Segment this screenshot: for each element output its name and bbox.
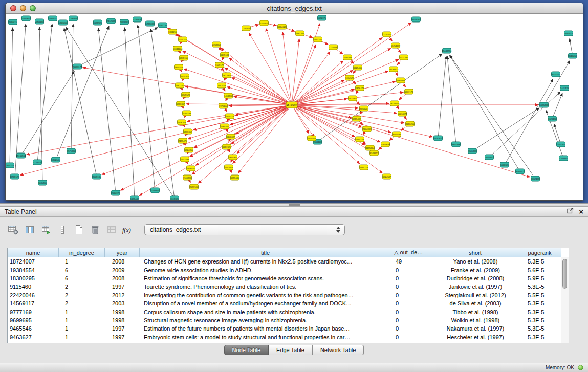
graph-node[interactable]: 9841253 [468, 148, 477, 154]
table-cell-out_degree[interactable]: 0 [391, 275, 432, 281]
graph-node[interactable]: 2065433 [35, 19, 44, 24]
table-cell-title[interactable]: Tourette syndrome. Phenomenology and cla… [140, 283, 391, 290]
graph-node[interactable]: 9227457 [552, 72, 560, 77]
table-cell-year[interactable]: 2008 [105, 258, 140, 265]
graph-node[interactable]: 2155470 [179, 138, 187, 143]
graph-node[interactable]: 1693815 [564, 31, 573, 36]
table-cell-name[interactable]: 9463627 [8, 334, 59, 340]
graph-node[interactable]: 1530719 [226, 114, 234, 119]
graph-node[interactable]: 9154699 [393, 132, 401, 137]
graph-node[interactable]: 1185364 [366, 145, 375, 150]
graph-node[interactable]: 1488973 [151, 188, 160, 193]
table-cell-pagerank[interactable]: 5.3E-5 [518, 325, 561, 332]
graph-node[interactable]: 1675442 [130, 196, 139, 200]
graph-node[interactable]: 20072116 [174, 64, 184, 70]
graph-node[interactable]: 9371448 [452, 142, 461, 147]
table-cell-in_degree[interactable]: 2 [59, 283, 105, 290]
table-cell-name[interactable]: 18300295 [8, 275, 59, 281]
graph-node[interactable]: 3150426 [133, 17, 142, 22]
table-cell-short[interactable]: Dudbridge et al. (2008) [432, 275, 518, 281]
graph-node[interactable]: 19448794 [442, 48, 452, 53]
table-cell-year[interactable]: 1998 [105, 309, 140, 315]
table-cell-short[interactable]: Nakamura et al. (1997) [432, 325, 518, 332]
table-cell-in_degree[interactable]: 6 [59, 275, 105, 281]
table-cell-title[interactable]: Estimation of significance thresholds fo… [140, 275, 391, 281]
tab-network-table[interactable]: Network Table [313, 345, 364, 355]
table-row[interactable]: 2242004622012Investigating the contribut… [8, 291, 569, 299]
graph-node[interactable]: 1359441 [231, 175, 239, 180]
graph-node[interactable]: 2100574 [69, 16, 78, 21]
graph-node[interactable]: 1592375 [318, 15, 326, 20]
graph-node[interactable]: 1862139 [531, 176, 540, 181]
graph-node[interactable]: 16016207 [359, 106, 369, 111]
graph-node[interactable]: 18724007 [286, 102, 297, 108]
graph-node[interactable]: 1214277 [179, 37, 187, 42]
graph-node[interactable]: 1125364 [181, 74, 189, 79]
graph-node[interactable]: 1970244 [219, 103, 228, 108]
table-cell-year[interactable]: 1998 [105, 317, 140, 323]
add-column-button[interactable] [39, 223, 53, 236]
graph-node[interactable]: 2204831 [363, 126, 372, 132]
tab-node-table[interactable]: Node Table [224, 345, 269, 355]
table-cell-in_degree[interactable]: 1 [59, 258, 105, 265]
graph-node[interactable]: 25160559 [16, 153, 26, 158]
delete-button[interactable] [88, 223, 102, 236]
graph-node[interactable]: 8549312 [370, 150, 379, 156]
table-cell-year[interactable]: 1997 [105, 334, 140, 340]
row-height-button[interactable] [55, 223, 69, 236]
table-row[interactable]: 969969511998Structural magnetic resonanc… [8, 316, 569, 324]
network-view[interactable]: 1872400725546151956810206543316958211847… [6, 14, 583, 200]
minimize-window-button[interactable] [20, 5, 26, 11]
table-cell-out_degree[interactable]: 0 [391, 267, 432, 273]
graph-node[interactable]: 2117053 [225, 165, 233, 170]
graph-node[interactable]: 1573318 [6, 163, 14, 168]
graph-node[interactable]: 1649172 [215, 62, 224, 68]
table-row[interactable]: 946554611997Estimation of the future num… [8, 324, 569, 333]
table-cell-pagerank[interactable]: 5.3E-5 [518, 334, 561, 340]
table-cell-short[interactable]: Jankovic et al. (1997) [432, 283, 518, 290]
table-cell-year[interactable]: 2009 [105, 267, 140, 273]
table-cell-year[interactable]: 2008 [105, 275, 140, 281]
column-header-title[interactable]: title [140, 248, 391, 257]
window-titlebar[interactable]: citations_edges.txt [6, 3, 583, 14]
table-cell-pagerank[interactable]: 5.9E-5 [518, 275, 561, 281]
table-row[interactable]: 1456911722003Disruption of a novel membe… [8, 299, 569, 308]
table-cell-year[interactable]: 2012 [105, 292, 140, 298]
graph-node[interactable]: 12160104 [382, 32, 392, 37]
table-row[interactable]: 911546021997Tourette syndrome. Phenomeno… [8, 282, 569, 291]
graph-node[interactable]: 1578926 [94, 20, 102, 25]
graph-node[interactable]: 2412055 [107, 18, 116, 24]
table-cell-out_degree[interactable]: 49 [391, 258, 432, 265]
table-cell-short[interactable]: Franke et al. (2009) [432, 267, 518, 273]
table-cell-short[interactable]: Tibbo et al. (1998) [432, 309, 518, 315]
table-cell-short[interactable]: Yano et al. (2008) [432, 258, 518, 265]
graph-node[interactable]: 1522475 [260, 20, 269, 26]
table-cell-pagerank[interactable]: 5.3E-5 [518, 300, 561, 307]
graph-node[interactable]: 1789033 [146, 21, 155, 26]
graph-node[interactable]: 7594713 [360, 165, 368, 170]
graph-node[interactable]: 1664028 [278, 24, 287, 29]
graph-node[interactable]: 1936642 [187, 166, 195, 171]
graph-node[interactable]: 1822065 [223, 73, 231, 78]
graph-node[interactable]: 1553226 [314, 37, 322, 42]
graph-node[interactable]: 1883640 [120, 19, 129, 25]
column-header-pagerank[interactable]: pagerank [518, 248, 561, 257]
table-selector-dropdown[interactable]: citations_edges.txt [144, 224, 345, 235]
graph-node[interactable]: 2064378 [112, 190, 120, 195]
close-panel-icon[interactable]: × [579, 208, 583, 215]
table-cell-pagerank[interactable]: 5.6E-5 [518, 267, 561, 273]
graph-node[interactable]: 1687933 [343, 55, 352, 60]
column-header-short[interactable]: short [432, 248, 518, 257]
close-window-button[interactable] [10, 5, 16, 11]
table-cell-name[interactable]: 9465546 [8, 325, 59, 332]
import-table-button[interactable] [104, 223, 118, 236]
table-row[interactable]: 977716911998Corpus callosum shape and si… [8, 308, 569, 316]
table-cell-pagerank[interactable]: 5.3E-5 [518, 283, 561, 290]
table-cell-out_degree[interactable]: 0 [391, 325, 432, 332]
table-settings-button[interactable] [6, 223, 20, 236]
table-cell-title[interactable]: Genome-wide association studies in ADHD. [140, 267, 391, 273]
graph-node[interactable]: 1608263 [178, 120, 186, 125]
graph-node[interactable]: 1854966 [229, 155, 237, 160]
graph-node[interactable]: 1324855 [185, 147, 193, 152]
graph-node[interactable]: 1245860 [38, 180, 47, 185]
